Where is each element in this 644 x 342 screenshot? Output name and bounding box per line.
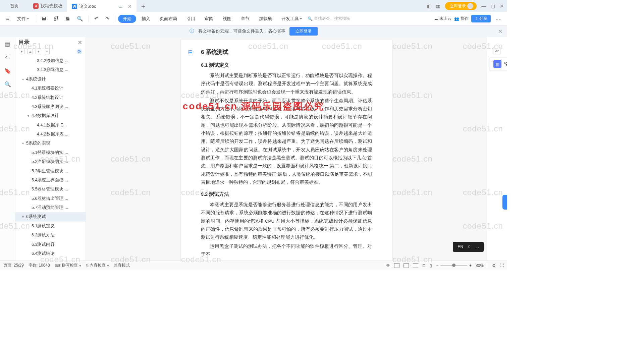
add-item-icon[interactable]: ＋: [36, 49, 41, 54]
outline-item[interactable]: 4.4.1数据库 E...: [15, 121, 86, 130]
tab-templates[interactable]: ❖ 找稻壳模板: [29, 0, 67, 12]
close-icon[interactable]: ✕: [128, 4, 132, 9]
menu-start[interactable]: 开始: [118, 15, 136, 23]
outline-item[interactable]: 4.3系统顺序图设 ...: [15, 102, 86, 111]
sync-icon[interactable]: ⟳: [76, 49, 82, 54]
outline-list: 3.4.2添加信息 ...3.4.3删除信息 ...▾4系统设计4.1系统概要设…: [15, 56, 86, 261]
outline-item[interactable]: 5.2注册模块的实 ...: [15, 157, 86, 166]
zoom-in-icon[interactable]: +: [469, 263, 472, 268]
zoom-level[interactable]: 80%: [476, 263, 484, 268]
menu-addin[interactable]: 加载项: [255, 14, 276, 23]
fit-width-icon[interactable]: ⊡: [422, 263, 426, 268]
outline-item[interactable]: 3.4.3删除信息 ...: [15, 65, 86, 74]
banner-login-button[interactable]: 立即登录: [289, 27, 318, 36]
save-icon[interactable]: 🖬: [39, 14, 49, 23]
file-menu[interactable]: 文件: [13, 14, 33, 23]
compat-mode[interactable]: 兼容模式: [114, 263, 130, 268]
menu-chapter[interactable]: 章节: [237, 14, 254, 23]
screen-icon[interactable]: ▭: [118, 4, 122, 9]
outline-item[interactable]: ▾6系统测试: [15, 212, 86, 221]
close-window-button[interactable]: ✕: [500, 3, 504, 9]
menu-dev[interactable]: 开发工具: [277, 14, 306, 23]
page: ▤· 6 系统测试 6.1 测试定义 系统测试主要是判断系统是否可以正常运行，功…: [181, 40, 392, 261]
collab-button[interactable]: 👥协作: [454, 16, 469, 21]
content-check[interactable]: ⎙内容检查▾: [86, 263, 109, 268]
document-content: 6 系统测试 6.1 测试定义 系统测试主要是判断系统是否可以正常运行，功能模块…: [201, 48, 372, 259]
save-as-icon[interactable]: 🗐: [51, 14, 61, 23]
print-icon[interactable]: 🖶: [62, 14, 73, 23]
spell-check[interactable]: ⌨拼写检查▾: [55, 263, 81, 268]
view-web-icon[interactable]: [404, 263, 409, 268]
share-button[interactable]: ⇪分享: [471, 15, 491, 22]
tab-document[interactable]: W 论文.doc ▭ ✕: [67, 0, 137, 12]
bookmark-icon[interactable]: 🔖: [4, 67, 11, 74]
outline-item[interactable]: 5.3学生管理模块 ...: [15, 167, 86, 176]
tag-icon[interactable]: 🏷: [4, 54, 11, 61]
outline-item[interactable]: 4.4.2数据库表 ...: [15, 130, 86, 139]
outline-item[interactable]: 5.6器材借出管理 ...: [15, 194, 86, 203]
undo-icon[interactable]: ↶: [92, 14, 101, 23]
command-search[interactable]: 🔍 查找命令、搜索模板: [308, 16, 350, 21]
maximize-button[interactable]: ▢: [491, 3, 495, 9]
layout-icon[interactable]: ◧: [427, 3, 431, 9]
add-tab-button[interactable]: ＋: [137, 2, 150, 11]
cloud-status[interactable]: ☁未上云: [434, 16, 451, 21]
outline-item[interactable]: ▾4系统设计: [15, 75, 86, 84]
view-page-icon[interactable]: [394, 263, 399, 268]
outline-icon[interactable]: ▤: [4, 40, 11, 48]
outline-item[interactable]: 5.1登录模块的实 ...: [15, 148, 86, 157]
outline-close-icon[interactable]: ✕: [78, 40, 82, 46]
find-icon[interactable]: 🔍: [4, 80, 11, 88]
hamburger-icon[interactable]: ≡: [3, 14, 12, 23]
outline-item[interactable]: ▾5系统的实现: [15, 139, 86, 148]
chevron-up-icon[interactable]: ︿: [493, 14, 504, 23]
outline-item[interactable]: 5.4系统主界面模 ...: [15, 176, 86, 185]
settings-icon[interactable]: ⚙: [492, 263, 496, 268]
paragraph-handle-icon[interactable]: ▤·: [188, 49, 194, 54]
word-count[interactable]: 字数: 10643: [29, 263, 50, 268]
outline-item[interactable]: 6.2测试方法: [15, 231, 86, 240]
collapse-right-icon[interactable]: ≫: [493, 47, 500, 54]
tab-document-label: 论文.doc: [79, 3, 96, 9]
side-drawer-tab[interactable]: [502, 195, 507, 210]
menu-review[interactable]: 审阅: [201, 14, 217, 23]
eye-icon[interactable]: 👁: [386, 263, 390, 268]
plagiarism-check-button[interactable]: ▥ 论文查重: [489, 58, 507, 70]
doc-check-icon: ▥: [493, 60, 501, 68]
outline-item[interactable]: 6.4测试结论: [15, 249, 86, 258]
heading-6-2: 6.2 测试方法: [201, 191, 372, 197]
outline-item[interactable]: 5.7活动预约管理 ...: [15, 203, 86, 212]
apps-icon[interactable]: ▦: [436, 3, 440, 9]
menu-insert[interactable]: 插入: [138, 14, 154, 23]
tab-home[interactable]: 首页: [0, 0, 29, 12]
outline-item[interactable]: 4.2系统结构设计: [15, 93, 86, 102]
zoom-slider[interactable]: − +: [436, 263, 472, 268]
redo-icon[interactable]: ↷: [103, 14, 112, 23]
print-preview-icon[interactable]: 🔍: [74, 14, 86, 23]
menu-view[interactable]: 视图: [219, 14, 235, 23]
outline-item[interactable]: 6.1测试定义: [15, 222, 86, 231]
expand-all-icon[interactable]: ▴: [27, 49, 33, 54]
minimize-button[interactable]: —: [481, 3, 486, 9]
read-mode-icon[interactable]: ▯: [430, 263, 432, 268]
tab-mini-icons: ▭: [118, 4, 122, 9]
ime-indicator[interactable]: EN ☾ ‥: [453, 242, 484, 252]
page-indicator[interactable]: 页面: 25/29: [3, 263, 24, 268]
menu-layout[interactable]: 页面布局: [156, 14, 181, 23]
login-pill[interactable]: 立即登录: [445, 2, 477, 10]
fullscreen-icon[interactable]: ⛶: [500, 263, 504, 268]
zoom-out-icon[interactable]: −: [436, 263, 438, 268]
banner-close-icon[interactable]: ✕: [498, 28, 502, 35]
outline-item[interactable]: 5.5器材管理模块 ...: [15, 185, 86, 194]
outline-item[interactable]: 4.1系统概要设计: [15, 84, 86, 93]
document-canvas[interactable]: ▤· 6 系统测试 6.1 测试定义 系统测试主要是判断系统是否可以正常运行，功…: [86, 37, 487, 261]
outline-item[interactable]: 3.4.2添加信息 ...: [15, 56, 86, 65]
outline-item[interactable]: ▾4.4数据库设计: [15, 111, 86, 120]
people-icon: 👥: [454, 16, 459, 21]
remove-item-icon[interactable]: －: [44, 49, 50, 54]
outline-item[interactable]: 6.3测试内容: [15, 240, 86, 249]
view-outline-icon[interactable]: [413, 263, 418, 268]
menu-ref[interactable]: 引用: [182, 14, 199, 23]
collapse-all-icon[interactable]: ▾: [19, 49, 24, 54]
paragraph: 本测试主要是系统是否能够进行服务器进行处理信息的能力，不同的用户发出不同的服务请…: [201, 201, 372, 241]
